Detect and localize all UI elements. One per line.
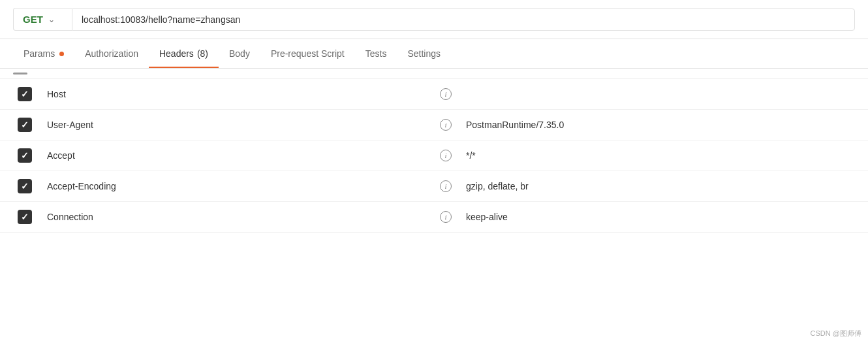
checkbox-2[interactable]: ✓ <box>18 148 32 163</box>
checkbox-3[interactable]: ✓ <box>18 179 32 193</box>
info-icon-4[interactable]: i <box>440 211 452 223</box>
header-key-1: User-Agent <box>47 120 426 130</box>
row-inner-0: ✓ Host i <box>0 79 868 109</box>
checkmark-2: ✓ <box>21 151 29 160</box>
table-row: ✓ Accept-Encoding i gzip, deflate, br <box>0 171 868 202</box>
url-bar: GET ⌄ <box>0 0 868 39</box>
info-cell-4: i <box>436 211 456 223</box>
divider-row <box>0 69 868 79</box>
checkmark-3: ✓ <box>21 182 29 191</box>
tabs-bar: ParamsAuthorizationHeaders (8)BodyPre-re… <box>0 39 868 69</box>
table-row: ✓ Accept i */* <box>0 140 868 171</box>
table-row: ✓ Host i <box>0 79 868 110</box>
tab-headers[interactable]: Headers (8) <box>149 39 219 68</box>
row-inner-2: ✓ Accept i */* <box>0 140 868 171</box>
checkbox-cell-3: ✓ <box>13 179 37 193</box>
info-icon-0[interactable]: i <box>440 88 452 100</box>
tab-dot-params <box>59 52 64 56</box>
info-icon-1[interactable]: i <box>440 119 452 131</box>
header-key-0: Host <box>47 89 426 99</box>
tab-pre-request-script[interactable]: Pre-request Script <box>260 39 355 68</box>
header-key-4: Connection <box>47 212 426 222</box>
row-inner-4: ✓ Connection i keep-alive <box>0 202 868 232</box>
checkbox-0[interactable]: ✓ <box>18 87 32 101</box>
info-cell-3: i <box>436 180 456 192</box>
checkmark-0: ✓ <box>21 90 29 99</box>
info-cell-0: i <box>436 88 456 100</box>
info-icon-3[interactable]: i <box>440 180 452 192</box>
checkbox-cell-4: ✓ <box>13 210 37 224</box>
info-cell-1: i <box>436 119 456 131</box>
checkbox-cell-1: ✓ <box>13 118 37 132</box>
checkmark-4: ✓ <box>21 212 29 222</box>
checkbox-cell-0: ✓ <box>13 87 37 101</box>
headers-content: ✓ Host i ✓ User-Agent i <box>0 69 868 233</box>
row-inner-3: ✓ Accept-Encoding i gzip, deflate, br <box>0 171 868 201</box>
row-inner-1: ✓ User-Agent i PostmanRuntime/7.35.0 <box>0 110 868 140</box>
checkbox-4[interactable]: ✓ <box>18 210 32 224</box>
info-cell-2: i <box>436 150 456 161</box>
tab-tests[interactable]: Tests <box>355 39 397 68</box>
tab-settings[interactable]: Settings <box>397 39 451 68</box>
watermark: CSDN @图师傅 <box>811 329 861 338</box>
checkbox-cell-2: ✓ <box>13 148 37 163</box>
header-value-4: keep-alive <box>466 212 855 222</box>
tab-params[interactable]: Params <box>13 39 74 68</box>
header-value-1: PostmanRuntime/7.35.0 <box>466 120 855 130</box>
method-selector[interactable]: GET ⌄ <box>13 8 72 31</box>
header-key-2: Accept <box>47 150 426 161</box>
url-input[interactable] <box>72 8 855 31</box>
table-row: ✓ User-Agent i PostmanRuntime/7.35.0 <box>0 110 868 140</box>
tab-authorization[interactable]: Authorization <box>74 39 149 68</box>
method-label: GET <box>23 14 43 25</box>
header-key-3: Accept-Encoding <box>47 181 426 191</box>
tab-body[interactable]: Body <box>219 39 260 68</box>
info-icon-2[interactable]: i <box>440 150 452 161</box>
tab-badge-headers: (8) <box>197 48 208 59</box>
divider-dash <box>13 73 27 74</box>
header-value-3: gzip, deflate, br <box>466 181 855 191</box>
chevron-down-icon: ⌄ <box>48 15 55 24</box>
table-row: ✓ Connection i keep-alive <box>0 202 868 233</box>
checkbox-1[interactable]: ✓ <box>18 118 32 132</box>
checkmark-1: ✓ <box>21 120 29 129</box>
header-value-2: */* <box>466 150 855 161</box>
